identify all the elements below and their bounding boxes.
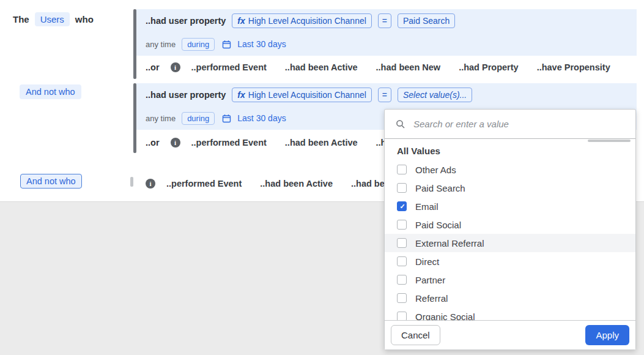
checkbox[interactable] — [397, 293, 407, 303]
value-search-input[interactable] — [412, 118, 624, 130]
value-select-dropdown: All Values Other Ads Paid Search Email — [384, 109, 636, 350]
and-not-who-label[interactable]: And not who — [20, 84, 81, 99]
add-condition-option[interactable]: ..had been Active — [285, 138, 358, 148]
value-option-row[interactable]: Referral — [385, 289, 635, 307]
value-option-row[interactable]: Email — [385, 197, 635, 215]
time-prefix[interactable]: any time — [146, 114, 176, 123]
search-row — [385, 110, 635, 139]
value-option-row[interactable]: Direct — [385, 252, 635, 271]
or-label[interactable]: ..or — [146, 138, 160, 148]
time-prefix[interactable]: any time — [146, 40, 176, 49]
value-option-label: Partner — [415, 275, 445, 285]
property-condition-row: ..had user property fxHigh Level Acquisi… — [136, 83, 637, 106]
condition-group-bar — [130, 177, 133, 187]
and-not-who-label[interactable]: And not who — [20, 174, 82, 189]
value-option-label: Referral — [415, 293, 448, 304]
condition-verb[interactable]: ..had user property — [146, 16, 226, 26]
info-icon — [171, 138, 180, 148]
add-condition-option[interactable]: ..performed Event — [191, 62, 267, 72]
property-pill[interactable]: fxHigh Level Acquisition Channel — [232, 13, 371, 28]
add-condition-row: ..or ..performed Event..had been Active.… — [136, 56, 610, 79]
fx-icon: fx — [237, 90, 245, 100]
value-pill[interactable]: Paid Search — [398, 13, 455, 28]
value-list: All Values Other Ads Paid Search Email — [385, 139, 635, 321]
checkbox[interactable] — [397, 275, 407, 285]
value-option-row[interactable]: Paid Search — [385, 179, 635, 197]
add-condition-option[interactable]: ..had been Active — [260, 179, 333, 189]
value-option-label: Paid Search — [415, 183, 465, 193]
value-option-row[interactable]: Paid Social — [385, 215, 635, 234]
property-condition-row: ..had user property fxHigh Level Acquisi… — [136, 9, 637, 32]
subject-prefix: The — [13, 14, 29, 24]
info-icon — [171, 62, 180, 72]
add-condition-option[interactable]: ..had been New — [376, 62, 441, 72]
checkbox[interactable] — [397, 165, 407, 174]
condition-band: ..had user property fxHigh Level Acquisi… — [136, 9, 637, 56]
add-condition-option[interactable]: ..have Propensity — [537, 62, 610, 72]
value-option-row[interactable]: Organic Social — [385, 307, 635, 321]
value-option-label: Direct — [415, 256, 439, 267]
apply-button[interactable]: Apply — [585, 325, 629, 345]
dropdown-footer: Cancel Apply — [385, 320, 635, 349]
property-name: High Level Acquisition Channel — [248, 90, 366, 100]
condition-verb[interactable]: ..had user property — [146, 90, 226, 100]
fx-icon: fx — [237, 16, 245, 26]
value-pill[interactable]: Select value(s)... — [398, 88, 472, 102]
value-option-row[interactable]: External Referral — [385, 234, 635, 252]
time-mode-pill[interactable]: during — [182, 112, 215, 125]
checkbox[interactable] — [397, 220, 407, 230]
add-condition-option[interactable]: ..had Property — [459, 62, 519, 72]
time-condition-row: any time during Last 30 days — [136, 32, 637, 56]
or-label[interactable]: ..or — [146, 62, 160, 72]
value-option-label: Paid Social — [415, 220, 461, 230]
cancel-button[interactable]: Cancel — [391, 325, 440, 345]
calendar-icon — [222, 114, 231, 123]
operator-pill[interactable]: = — [378, 13, 391, 28]
property-pill[interactable]: fxHigh Level Acquisition Channel — [232, 88, 371, 102]
value-options: Other Ads Paid Search Email Paid Social — [385, 160, 635, 321]
condition-options: ..performed Event..had been Active..had … — [191, 62, 610, 72]
checkbox[interactable] — [397, 183, 407, 193]
subject-line: The Users who — [13, 12, 94, 26]
operator-pill[interactable]: = — [378, 88, 391, 102]
value-option-label: External Referral — [415, 238, 484, 248]
entity-selector[interactable]: Users — [35, 12, 70, 26]
search-icon — [396, 119, 405, 129]
add-condition-option[interactable]: ..had been Active — [285, 62, 358, 72]
subject-suffix: who — [75, 14, 94, 24]
date-range[interactable]: Last 30 days — [237, 113, 286, 123]
checkbox[interactable] — [397, 201, 407, 211]
property-name: High Level Acquisition Channel — [248, 16, 366, 26]
checkbox[interactable] — [397, 238, 407, 248]
add-condition-option[interactable]: ..performed Event — [166, 179, 242, 189]
value-option-label: Other Ads — [415, 165, 456, 175]
calendar-icon — [222, 40, 231, 49]
add-condition-option[interactable]: ..performed Event — [191, 138, 267, 148]
value-option-row[interactable]: Other Ads — [385, 160, 635, 179]
value-option-label: Email — [415, 201, 439, 212]
group-label: All Values — [385, 139, 635, 160]
time-mode-pill[interactable]: during — [182, 38, 215, 51]
checkbox[interactable] — [397, 256, 407, 266]
info-icon — [146, 179, 155, 189]
value-option-row[interactable]: Partner — [385, 271, 635, 289]
date-range[interactable]: Last 30 days — [237, 39, 286, 49]
